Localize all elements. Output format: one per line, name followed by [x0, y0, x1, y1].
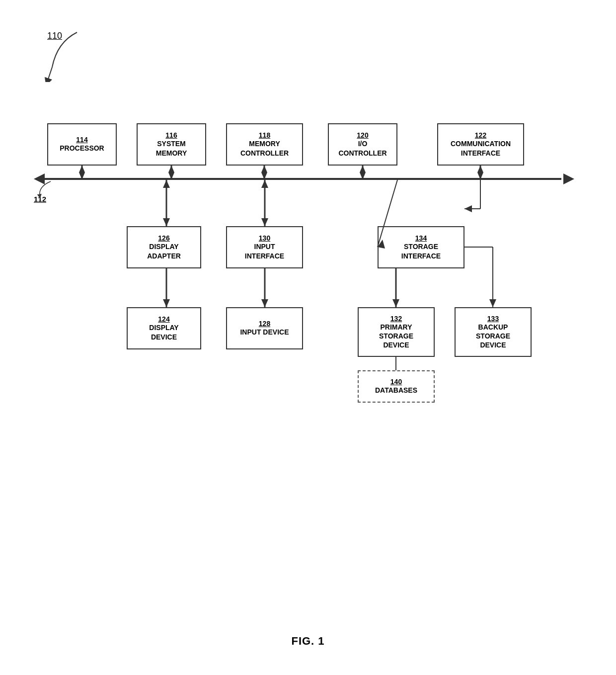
- svg-marker-22: [163, 180, 170, 188]
- box-processor: 114 PROCESSOR: [47, 123, 117, 166]
- box-storage-interface: 134 STORAGEINTERFACE: [378, 226, 464, 268]
- box-display-device: 124 DISPLAYDEVICE: [127, 307, 201, 349]
- box-backup-storage: 133 BACKUPSTORAGEDEVICE: [455, 307, 532, 357]
- fig-caption: FIG. 1: [291, 635, 324, 648]
- svg-marker-11: [360, 172, 366, 179]
- processor-ref: 114: [76, 136, 87, 144]
- memory-controller-label: MEMORYCONTROLLER: [240, 139, 289, 157]
- primary-storage-label: PRIMARYSTORAGEDEVICE: [379, 323, 413, 350]
- connector-120: [358, 166, 368, 180]
- svg-marker-8: [261, 172, 267, 179]
- box-display-adapter: 126 DISPLAYADAPTER: [127, 226, 201, 268]
- primary-storage-ref: 132: [390, 315, 402, 323]
- svg-marker-14: [477, 172, 483, 179]
- processor-label: PROCESSOR: [60, 144, 104, 153]
- backup-storage-label: BACKUPSTORAGEDEVICE: [476, 323, 510, 350]
- comm-interface-label: COMMUNICATIONINTERFACE: [451, 139, 511, 157]
- svg-marker-40: [464, 205, 472, 212]
- box-system-memory: 116 SYSTEMMEMORY: [137, 123, 206, 166]
- comm-interface-ref: 122: [475, 131, 486, 139]
- svg-marker-5: [168, 172, 174, 179]
- arrow-112-svg: [36, 179, 56, 204]
- display-device-ref: 124: [158, 315, 169, 323]
- box-input-device: 128 INPUT DEVICE: [226, 307, 303, 349]
- system-memory-label: SYSTEMMEMORY: [156, 139, 187, 157]
- svg-marker-1: [79, 166, 85, 172]
- input-device-label: INPUT DEVICE: [240, 328, 289, 337]
- svg-marker-23: [163, 218, 170, 226]
- box-databases: 140 DATABASES: [358, 370, 435, 403]
- svg-marker-28: [261, 218, 268, 226]
- svg-marker-27: [261, 180, 268, 188]
- input-device-ref: 128: [259, 320, 270, 328]
- svg-marker-34: [392, 299, 399, 307]
- display-adapter-ref: 126: [158, 234, 169, 242]
- svg-marker-37: [489, 299, 496, 307]
- databases-label: DATABASES: [375, 386, 417, 395]
- connector-122: [475, 166, 485, 180]
- box-comm-interface: 122 COMMUNICATIONINTERFACE: [437, 123, 524, 166]
- bus-arrow-right: [563, 173, 574, 184]
- svg-marker-2: [79, 172, 85, 179]
- box-io-controller: 120 I/OCONTROLLER: [328, 123, 397, 166]
- connector-114: [77, 166, 87, 180]
- io-controller-label: I/OCONTROLLER: [338, 139, 386, 157]
- arrow-110-svg: [37, 27, 97, 82]
- display-adapter-label: DISPLAYADAPTER: [147, 242, 181, 260]
- display-device-label: DISPLAYDEVICE: [149, 323, 178, 341]
- connector-116: [166, 166, 176, 180]
- connector-118: [259, 166, 269, 180]
- svg-marker-13: [477, 166, 483, 172]
- svg-marker-7: [261, 166, 267, 172]
- svg-marker-25: [163, 299, 170, 307]
- backup-storage-ref: 133: [487, 315, 499, 323]
- svg-marker-10: [360, 166, 366, 172]
- storage-interface-label: STORAGEINTERFACE: [401, 242, 441, 260]
- box-memory-controller: 118 MEMORYCONTROLLER: [226, 123, 303, 166]
- box-primary-storage: 132 PRIMARYSTORAGEDEVICE: [358, 307, 435, 357]
- input-interface-ref: 130: [259, 234, 270, 242]
- system-memory-ref: 116: [165, 131, 177, 139]
- box-input-interface: 130 INPUTINTERFACE: [226, 226, 303, 268]
- input-interface-label: INPUTINTERFACE: [245, 242, 284, 260]
- io-controller-ref: 120: [357, 131, 368, 139]
- databases-ref: 140: [390, 378, 402, 386]
- storage-interface-ref: 134: [415, 234, 427, 242]
- memory-controller-ref: 118: [259, 131, 270, 139]
- svg-marker-30: [261, 299, 268, 307]
- svg-marker-4: [168, 166, 174, 172]
